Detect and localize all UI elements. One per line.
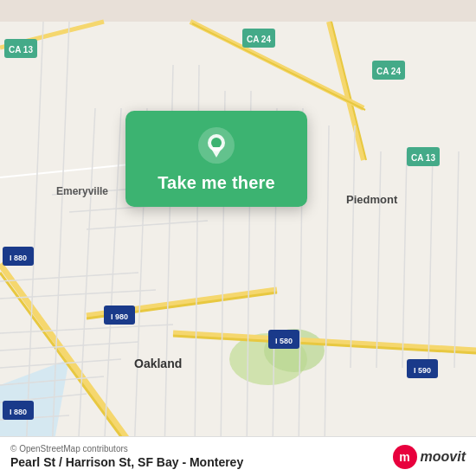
svg-text:CA 13: CA 13 <box>9 45 33 55</box>
map-container: CA 13 CA 24 CA 24 CA 13 I 880 I 980 I 58… <box>0 0 476 476</box>
take-me-there-card[interactable]: Take me there <box>125 111 307 207</box>
moovit-icon: m <box>393 445 417 469</box>
moovit-text: moovit <box>421 449 466 465</box>
bottom-bar: © OpenStreetMap contributors Pearl St / … <box>0 436 476 476</box>
svg-point-68 <box>211 138 222 148</box>
map-background: CA 13 CA 24 CA 24 CA 13 I 880 I 980 I 58… <box>0 0 476 476</box>
svg-text:I 980: I 980 <box>111 312 128 321</box>
svg-text:I 580: I 580 <box>275 337 293 345</box>
location-pin-icon <box>197 126 235 164</box>
location-info: © OpenStreetMap contributors Pearl St / … <box>10 444 243 469</box>
svg-text:CA 13: CA 13 <box>411 153 435 163</box>
svg-text:I 880: I 880 <box>10 408 27 416</box>
svg-text:I 590: I 590 <box>414 366 431 375</box>
svg-text:Emeryville: Emeryville <box>56 185 108 197</box>
attribution-text: © OpenStreetMap contributors <box>10 444 243 453</box>
svg-text:CA 24: CA 24 <box>247 35 271 44</box>
take-me-there-label: Take me there <box>158 173 275 193</box>
svg-text:Oakland: Oakland <box>134 357 182 370</box>
svg-text:I 880: I 880 <box>10 254 27 262</box>
location-name: Pearl St / Harrison St, SF Bay - Montere… <box>10 455 243 469</box>
svg-text:CA 24: CA 24 <box>376 67 401 76</box>
svg-text:Piedmont: Piedmont <box>346 193 398 206</box>
moovit-logo: m moovit <box>393 445 466 469</box>
